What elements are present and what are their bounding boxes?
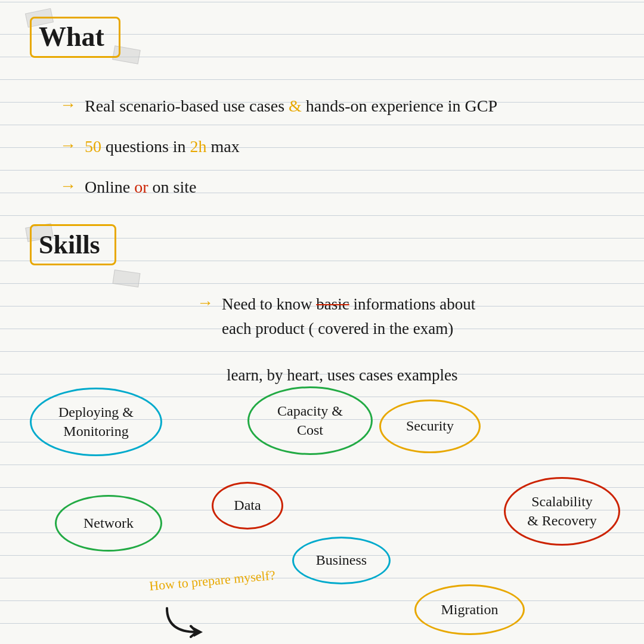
oval-network: Network — [55, 495, 162, 552]
oval-network-label: Network — [83, 514, 134, 532]
arrow-icon-1: → — [60, 94, 76, 116]
what-title: What — [39, 21, 104, 52]
arrow-icon-3: → — [60, 175, 76, 197]
what-section-box: What — [30, 17, 120, 58]
need-to-know-text: Need to know basic informations about ea… — [222, 292, 475, 340]
oval-deploying-label: Deploying &Monitoring — [58, 403, 134, 440]
page-background: What → Real scenario-based use cases & h… — [0, 0, 644, 644]
oval-data: Data — [212, 482, 283, 530]
tape-decoration-4 — [113, 270, 141, 287]
how-to-prepare-text: How to prepare myself? — [148, 567, 276, 595]
need-to-know-row: → Need to know basic informations about … — [197, 292, 475, 340]
oval-capacity-label: Capacity &Cost — [277, 402, 343, 439]
oval-security-label: Security — [406, 417, 454, 435]
oval-security: Security — [379, 400, 481, 453]
oval-business: Business — [292, 537, 391, 584]
oval-deploying: Deploying &Monitoring — [30, 388, 162, 456]
bullet-text-3: Online or on site — [85, 175, 196, 199]
bullet-text-2: 50 questions in 2h max — [85, 135, 240, 158]
oval-scalability-label: Scalability& Recovery — [527, 493, 597, 530]
arrow-icon-2: → — [60, 135, 76, 156]
learn-by-heart-text: learn, by heart, uses cases examples — [227, 366, 458, 385]
oval-data-label: Data — [234, 496, 261, 515]
bullet-row-1: → Real scenario-based use cases & hands-… — [60, 94, 497, 117]
skills-title: Skills — [39, 230, 100, 259]
svg-marker-0 — [194, 627, 203, 637]
arrow-icon-4: → — [197, 292, 213, 314]
bullet-row-3: → Online or on site — [60, 175, 196, 199]
oval-capacity: Capacity &Cost — [247, 386, 373, 455]
skills-section-box: Skills — [30, 224, 116, 265]
prepare-arrow-icon — [161, 602, 209, 638]
oval-migration: Migration — [414, 584, 525, 635]
bullet-text-1: Real scenario-based use cases & hands-on… — [85, 94, 497, 117]
oval-business-label: Business — [316, 551, 367, 569]
bullet-row-2: → 50 questions in 2h max — [60, 135, 240, 158]
oval-scalability: Scalability& Recovery — [504, 477, 620, 546]
oval-migration-label: Migration — [441, 600, 499, 619]
